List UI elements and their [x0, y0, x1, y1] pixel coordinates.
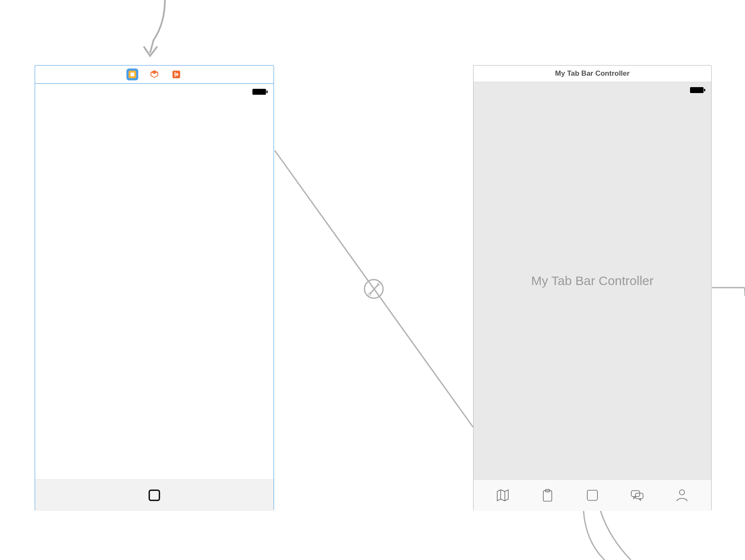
scene-titlebar[interactable] — [35, 66, 274, 84]
svg-rect-17 — [587, 490, 597, 500]
svg-point-20 — [679, 490, 685, 495]
tab-item-person-icon[interactable] — [674, 487, 690, 503]
svg-rect-10 — [149, 490, 159, 500]
scene-title-label: My Tab Bar Controller — [555, 69, 630, 78]
svg-point-3 — [368, 293, 371, 296]
status-bar-battery-icon — [252, 89, 268, 95]
tab-item-square-icon[interactable] — [146, 487, 162, 503]
view-controller-content[interactable] — [35, 84, 274, 479]
initial-view-controller-scene[interactable] — [35, 65, 274, 511]
svg-line-2 — [370, 284, 379, 294]
tab-bar-controller-scene[interactable]: My Tab Bar Controller My Tab Bar Control… — [473, 65, 712, 511]
first-responder-icon[interactable] — [148, 69, 160, 80]
svg-rect-12 — [704, 89, 705, 91]
svg-point-4 — [378, 283, 381, 285]
placeholder-label: My Tab Bar Controller — [531, 274, 654, 288]
tab-bar[interactable] — [474, 479, 711, 511]
tab-item-map-icon[interactable] — [495, 487, 511, 503]
status-bar-battery-icon — [690, 87, 705, 93]
scene-title[interactable]: My Tab Bar Controller — [474, 66, 711, 82]
view-controller-icon[interactable] — [126, 69, 138, 80]
svg-rect-9 — [266, 91, 268, 93]
tab-bar[interactable] — [35, 479, 274, 511]
tab-item-clipboard-icon[interactable] — [540, 487, 556, 503]
svg-rect-8 — [252, 89, 266, 95]
svg-point-1 — [364, 280, 383, 298]
svg-line-0 — [275, 151, 473, 427]
tab-item-square-icon[interactable] — [584, 487, 600, 503]
tab-bar-controller-content[interactable]: My Tab Bar Controller — [474, 82, 711, 479]
exit-icon[interactable] — [170, 69, 182, 80]
svg-rect-11 — [690, 87, 704, 93]
tab-item-chat-icon[interactable] — [629, 487, 645, 503]
svg-rect-6 — [131, 73, 134, 77]
